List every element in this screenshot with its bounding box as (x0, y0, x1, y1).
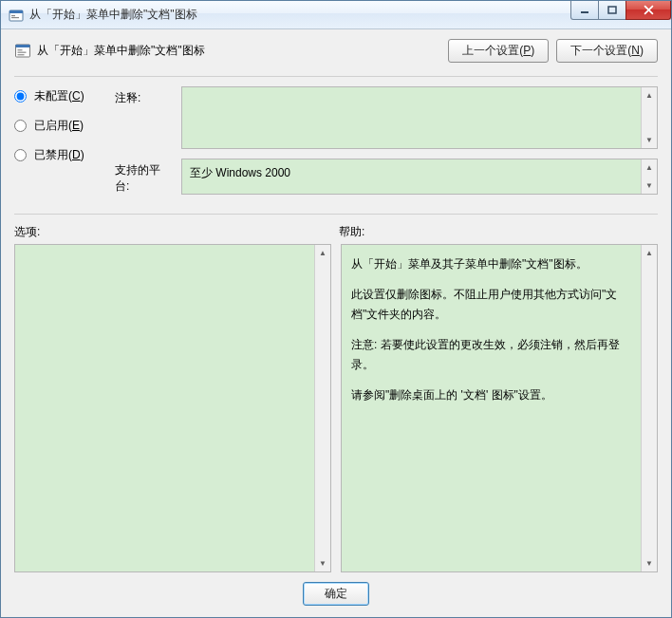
help-pane: 从「开始」菜单及其子菜单中删除"文档"图标。 此设置仅删除图标。不阻止用户使用其… (341, 244, 658, 572)
options-label: 选项: (14, 224, 333, 240)
comment-label: 注释: (115, 86, 174, 106)
window-controls (571, 1, 671, 20)
maximize-button[interactable] (598, 1, 626, 20)
help-paragraph: 请参阅"删除桌面上的 '文档' 图标"设置。 (351, 385, 638, 404)
setting-title: 从「开始」菜单中删除"文档"图标 (37, 43, 205, 59)
platform-value: 至少 Windows 2000 (190, 165, 290, 181)
scroll-down-icon[interactable]: ▼ (315, 555, 330, 571)
svg-rect-3 (11, 17, 19, 18)
titlebar: 从「开始」菜单中删除"文档"图标 (1, 1, 671, 29)
footer: 确定 (14, 572, 658, 606)
help-paragraph: 从「开始」菜单及其子菜单中删除"文档"图标。 (351, 254, 638, 273)
help-text: 从「开始」菜单及其子菜单中删除"文档"图标。 此设置仅删除图标。不阻止用户使用其… (351, 254, 638, 404)
section-labels: 选项: 帮助: (14, 224, 658, 240)
options-pane: ▲ ▼ (14, 244, 331, 572)
client-area: 从「开始」菜单中删除"文档"图标 上一个设置(P) 下一个设置(N) 未配置(C… (1, 29, 671, 617)
header-left: 从「开始」菜单中删除"文档"图标 (14, 43, 205, 60)
window-title: 从「开始」菜单中删除"文档"图标 (29, 7, 197, 23)
fields-column: 注释: ▲ ▼ 支持的平台: 至少 Windows 2000 ▲ (115, 86, 658, 195)
state-radio-group: 未配置(C) 已启用(E) 已禁用(D) (14, 86, 98, 195)
header-row: 从「开始」菜单中删除"文档"图标 上一个设置(P) 下一个设置(N) (14, 39, 658, 63)
comment-scrollbar[interactable]: ▲ ▼ (641, 87, 657, 148)
svg-rect-2 (11, 15, 15, 16)
platform-scrollbar[interactable]: ▲ ▼ (641, 159, 657, 194)
svg-rect-9 (18, 51, 27, 52)
radio-disabled[interactable]: 已禁用(D) (14, 147, 98, 163)
radio-disabled-input[interactable] (14, 149, 27, 161)
scroll-down-icon[interactable]: ▼ (642, 132, 657, 148)
minimize-button[interactable] (570, 1, 599, 20)
help-label: 帮助: (333, 224, 658, 240)
policy-editor-window: 从「开始」菜单中删除"文档"图标 (0, 0, 672, 618)
separator-2 (14, 214, 658, 215)
scroll-up-icon[interactable]: ▲ (642, 159, 657, 176)
scroll-up-icon[interactable]: ▲ (315, 245, 330, 261)
radio-enabled-input[interactable] (14, 120, 27, 132)
scroll-up-icon[interactable]: ▲ (642, 87, 657, 103)
radio-enabled[interactable]: 已启用(E) (14, 118, 98, 134)
policy-icon (14, 43, 31, 60)
help-scrollbar[interactable]: ▲ ▼ (641, 245, 657, 571)
next-setting-button[interactable]: 下一个设置(N) (556, 39, 658, 63)
svg-rect-4 (581, 11, 588, 13)
scroll-down-icon[interactable]: ▼ (642, 178, 657, 194)
svg-rect-10 (18, 54, 25, 55)
svg-rect-7 (16, 45, 30, 47)
config-block: 未配置(C) 已启用(E) 已禁用(D) 注释: ▲ (14, 86, 658, 195)
radio-not-configured[interactable]: 未配置(C) (14, 88, 98, 104)
comment-field[interactable]: ▲ ▼ (181, 86, 658, 149)
app-icon (9, 8, 24, 23)
svg-rect-5 (608, 7, 616, 13)
help-paragraph: 注意: 若要使此设置的更改生效，必须注销，然后再登录。 (351, 335, 638, 374)
options-scrollbar[interactable]: ▲ ▼ (314, 245, 330, 571)
platform-label: 支持的平台: (115, 159, 174, 195)
scroll-down-icon[interactable]: ▼ (642, 555, 657, 571)
svg-rect-8 (18, 49, 23, 50)
previous-setting-button[interactable]: 上一个设置(P) (448, 39, 549, 63)
platform-row: 支持的平台: 至少 Windows 2000 ▲ ▼ (115, 159, 658, 195)
platform-field: 至少 Windows 2000 ▲ ▼ (181, 159, 658, 195)
svg-rect-1 (9, 10, 23, 13)
scroll-up-icon[interactable]: ▲ (642, 245, 657, 261)
help-paragraph: 此设置仅删除图标。不阻止用户使用其他方式访问"文档"文件夹的内容。 (351, 285, 638, 324)
radio-not-configured-input[interactable] (14, 90, 27, 103)
separator (14, 76, 658, 77)
ok-button[interactable]: 确定 (303, 582, 369, 606)
nav-buttons: 上一个设置(P) 下一个设置(N) (448, 39, 658, 63)
comment-row: 注释: ▲ ▼ (115, 86, 658, 149)
close-button[interactable] (625, 1, 671, 20)
panes-row: ▲ ▼ 从「开始」菜单及其子菜单中删除"文档"图标。 此设置仅删除图标。不阻止用… (14, 244, 658, 572)
